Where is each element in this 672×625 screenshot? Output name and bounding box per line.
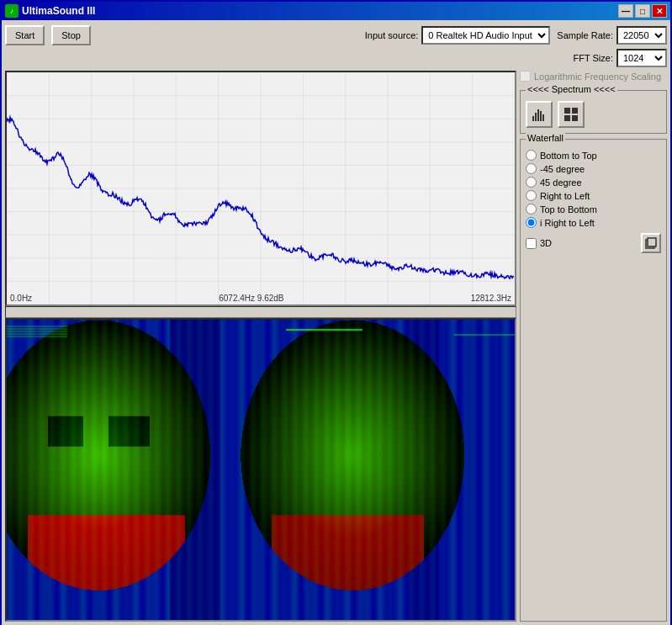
minimize-button[interactable]: — bbox=[618, 4, 633, 18]
log-freq-checkbox[interactable] bbox=[520, 71, 531, 82]
spectrum-btn-1[interactable] bbox=[526, 101, 553, 128]
svg-rect-4 bbox=[542, 114, 544, 121]
spectrum-canvas bbox=[7, 72, 515, 305]
spectrum-icon-2 bbox=[563, 106, 579, 123]
window-title: UltimaSound III bbox=[22, 5, 618, 17]
svg-rect-10 bbox=[648, 238, 656, 246]
waterfall-radio-group: Bottom to Top -45 degree 45 degree bbox=[526, 150, 661, 228]
three-d-checkbox[interactable] bbox=[526, 238, 537, 249]
radio-minus45-label: -45 degree bbox=[540, 164, 585, 174]
log-freq-group: Logarithmic Frequency Scaling bbox=[520, 71, 667, 82]
start-button[interactable]: Start bbox=[5, 25, 45, 45]
radio-plus45[interactable]: 45 degree bbox=[526, 177, 661, 188]
app-icon: ♪ bbox=[5, 4, 19, 18]
radio-bottom-to-top-label: Bottom to Top bbox=[540, 151, 597, 161]
spectrum-area: 0.0Hz 6072.4Hz 9.62dB 12812.3Hz bbox=[5, 71, 516, 306]
waterfall-canvas bbox=[7, 320, 515, 620]
svg-rect-8 bbox=[572, 115, 578, 121]
fft-size-label: FFT Size: bbox=[574, 53, 613, 63]
three-d-row: 3D bbox=[526, 233, 661, 253]
input-source-label: Input source: bbox=[365, 30, 419, 40]
radio-right-to-left-label: Right to Left bbox=[540, 191, 590, 201]
sample-rate-label: Sample Rate: bbox=[557, 30, 613, 40]
sample-rate-select[interactable]: 22050 bbox=[616, 26, 667, 45]
right-panel: Logarithmic Frequency Scaling <<<< Spect… bbox=[520, 71, 667, 622]
spectrum-group-title: <<<< Spectrum <<<< bbox=[526, 84, 617, 94]
main-content: Start Stop Input source: 0 Realtek HD Au… bbox=[2, 20, 670, 625]
input-source-select[interactable]: 0 Realtek HD Audio Input bbox=[421, 26, 550, 45]
svg-rect-5 bbox=[564, 108, 570, 114]
radio-right-to-left-input[interactable] bbox=[526, 190, 537, 201]
radio-bottom-to-top-input[interactable] bbox=[526, 150, 537, 161]
radio-plus45-input[interactable] bbox=[526, 177, 537, 188]
input-source-group: Input source: 0 Realtek HD Audio Input bbox=[365, 26, 551, 45]
main-window: ♪ UltimaSound III — □ ✕ Start Stop Input… bbox=[0, 0, 672, 625]
spectrum-icon-1 bbox=[531, 106, 548, 123]
spectrum-btn-2[interactable] bbox=[558, 101, 585, 128]
radio-i-right-to-left-label: i Right to Left bbox=[540, 218, 595, 228]
radio-minus45-input[interactable] bbox=[526, 163, 537, 174]
maximize-button[interactable]: □ bbox=[635, 4, 650, 18]
radio-i-right-to-left[interactable]: i Right to Left bbox=[526, 217, 661, 228]
radio-right-to-left[interactable]: Right to Left bbox=[526, 190, 661, 201]
app-icon-symbol: ♪ bbox=[10, 7, 14, 15]
spectrum-groupbox: <<<< Spectrum <<<< bbox=[520, 90, 667, 134]
radio-i-right-to-left-input[interactable] bbox=[526, 217, 537, 228]
title-bar: ♪ UltimaSound III — □ ✕ bbox=[2, 2, 670, 20]
content-layout: 0.0Hz 6072.4Hz 9.62dB 12812.3Hz Log bbox=[5, 71, 667, 622]
copy-button[interactable] bbox=[641, 233, 661, 253]
radio-top-to-bottom-input[interactable] bbox=[526, 204, 537, 215]
fft-size-select[interactable]: 1024 bbox=[616, 49, 667, 67]
spectrum-scrollbar[interactable] bbox=[5, 306, 516, 318]
radio-top-to-bottom-label: Top to Bottom bbox=[540, 204, 597, 215]
radio-plus45-label: 45 degree bbox=[540, 177, 582, 188]
radio-bottom-to-top[interactable]: Bottom to Top bbox=[526, 150, 661, 161]
close-button[interactable]: ✕ bbox=[652, 4, 667, 18]
radio-minus45[interactable]: -45 degree bbox=[526, 163, 661, 174]
waterfall-area bbox=[5, 318, 516, 622]
svg-rect-3 bbox=[540, 111, 542, 121]
radio-top-to-bottom[interactable]: Top to Bottom bbox=[526, 204, 661, 215]
svg-rect-2 bbox=[537, 109, 539, 121]
svg-rect-7 bbox=[564, 115, 570, 121]
three-d-label: 3D bbox=[540, 238, 552, 248]
svg-rect-1 bbox=[535, 113, 537, 121]
svg-rect-6 bbox=[572, 108, 578, 114]
log-freq-label: Logarithmic Frequency Scaling bbox=[534, 72, 661, 82]
window-controls: — □ ✕ bbox=[618, 4, 667, 18]
toolbar: Start Stop Input source: 0 Realtek HD Au… bbox=[5, 24, 667, 47]
left-panel: 0.0Hz 6072.4Hz 9.62dB 12812.3Hz bbox=[5, 71, 516, 622]
stop-button[interactable]: Stop bbox=[51, 25, 91, 45]
copy-icon bbox=[644, 236, 658, 250]
waterfall-group-title: Waterfall bbox=[526, 133, 565, 143]
waterfall-groupbox: Waterfall Bottom to Top -45 degree 4 bbox=[520, 139, 667, 622]
spectrum-buttons bbox=[526, 101, 661, 128]
sample-rate-group: Sample Rate: 22050 bbox=[557, 26, 667, 45]
svg-rect-0 bbox=[532, 116, 534, 121]
